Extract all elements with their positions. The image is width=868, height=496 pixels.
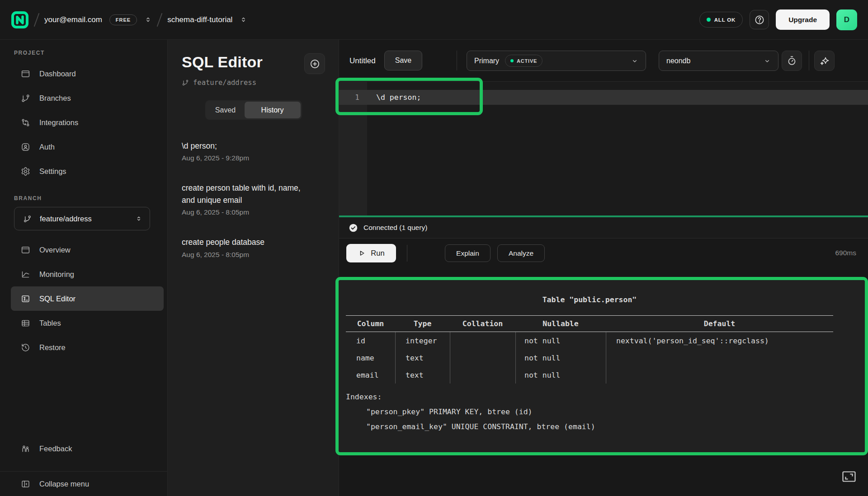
run-button[interactable]: Run bbox=[346, 244, 396, 262]
table-row: emailtextnot null bbox=[346, 366, 833, 384]
tab-history[interactable]: History bbox=[245, 102, 301, 118]
analyze-button[interactable]: Analyze bbox=[497, 244, 545, 262]
git-branch-icon bbox=[182, 79, 189, 86]
sidebar-item-feedback[interactable]: Feedback bbox=[11, 436, 164, 461]
git-branch-icon bbox=[23, 215, 32, 223]
plan-badge: FREE bbox=[109, 14, 137, 25]
history-list: \d person; Aug 6, 2025 - 9:28pm create p… bbox=[182, 140, 325, 259]
panel-branch-label: feature/address bbox=[182, 79, 325, 87]
app-root: your@email.com FREE schema-diff-tutorial… bbox=[0, 0, 868, 496]
integrations-icon bbox=[21, 118, 30, 127]
annotation-box-results: Table "public.person" Column Type Collat… bbox=[335, 277, 868, 455]
sidebar-item-restore[interactable]: Restore bbox=[11, 335, 164, 360]
query-tab-untitled[interactable]: Untitled bbox=[349, 40, 376, 82]
upgrade-button[interactable]: Upgrade bbox=[776, 9, 830, 30]
connection-status-text: Connected (1 query) bbox=[363, 224, 427, 232]
monitoring-chart-icon bbox=[21, 270, 30, 279]
overview-icon bbox=[21, 245, 30, 255]
indexes-label: Indexes: bbox=[346, 389, 595, 404]
sidebar-item-auth[interactable]: Auth bbox=[11, 135, 164, 159]
explain-button[interactable]: Explain bbox=[445, 244, 491, 262]
account-email: your@email.com bbox=[44, 15, 102, 24]
query-actions-bar: Run Explain Analyze 690ms bbox=[339, 239, 868, 267]
toolbar-divider bbox=[809, 51, 809, 70]
branch-selector[interactable]: feature/address bbox=[14, 207, 150, 230]
project-name: schema-diff-tutorial bbox=[167, 15, 232, 24]
sidebar-item-dashboard[interactable]: Dashboard bbox=[11, 61, 164, 86]
branch-selector-chevron-icon bbox=[135, 215, 142, 222]
new-query-button[interactable] bbox=[304, 53, 325, 74]
sidebar-item-overview[interactable]: Overview bbox=[11, 238, 164, 262]
sidebar-item-branches[interactable]: Branches bbox=[11, 86, 164, 110]
sql-editor-icon bbox=[21, 294, 30, 304]
play-icon bbox=[358, 249, 366, 257]
compute-status-badge: ACTIVE bbox=[505, 55, 542, 67]
saved-history-tabs: Saved History bbox=[205, 100, 302, 120]
database-selector[interactable]: neondb bbox=[659, 51, 778, 71]
collapse-panel-icon bbox=[21, 479, 30, 489]
compute-selector[interactable]: Primary ACTIVE bbox=[467, 51, 646, 71]
project-selector-chevron-icon[interactable] bbox=[240, 16, 247, 23]
chevron-down-icon bbox=[764, 57, 771, 65]
restore-history-icon bbox=[21, 343, 30, 352]
active-dot bbox=[510, 59, 514, 62]
auth-user-icon bbox=[21, 142, 30, 152]
git-branch-icon bbox=[21, 94, 30, 103]
sidebar-item-settings[interactable]: Settings bbox=[11, 159, 164, 183]
breadcrumb-slash bbox=[157, 13, 163, 27]
actions-divider bbox=[407, 245, 407, 262]
help-button[interactable] bbox=[750, 10, 769, 29]
feedback-people-icon bbox=[21, 444, 30, 454]
history-item[interactable]: create people database Aug 6, 2025 - 8:0… bbox=[182, 236, 325, 258]
sidebar-item-monitoring[interactable]: Monitoring bbox=[11, 262, 164, 286]
results-body: idintegernot nullnextval('person_id_seq'… bbox=[346, 332, 833, 384]
code-editor[interactable]: 1 \d person; bbox=[339, 82, 868, 215]
sidebar-section-branch: BRANCH bbox=[0, 195, 167, 201]
chevron-down-icon bbox=[631, 57, 638, 65]
results-table-title: Table "public.person" bbox=[346, 295, 833, 304]
sql-editor-panel: SQL Editor feature/address Saved History… bbox=[168, 40, 339, 496]
connection-status-bar: Connected (1 query) bbox=[339, 217, 868, 239]
check-circle-icon bbox=[349, 223, 358, 233]
indexes-block: Indexes: "person_pkey" PRIMARY KEY, btre… bbox=[346, 389, 595, 434]
sidebar-item-integrations[interactable]: Integrations bbox=[11, 110, 164, 135]
query-toolbar: Untitled Save Primary ACTIVE neondb bbox=[339, 40, 868, 82]
sidebar-item-sql-editor[interactable]: SQL Editor bbox=[11, 286, 164, 311]
ai-assist-button[interactable] bbox=[814, 51, 835, 71]
dashboard-icon bbox=[21, 69, 30, 79]
history-item[interactable]: create person table with id, name, and u… bbox=[182, 182, 325, 216]
tab-saved[interactable]: Saved bbox=[207, 102, 245, 118]
sidebar: PROJECT Dashboard Branches Integrations … bbox=[0, 40, 168, 496]
code-line[interactable]: \d person; bbox=[376, 90, 421, 105]
status-pill[interactable]: ALL OK bbox=[699, 12, 743, 28]
neon-logo[interactable] bbox=[11, 11, 29, 29]
save-button[interactable]: Save bbox=[384, 51, 422, 70]
line-number: 1 bbox=[339, 90, 359, 105]
collapse-menu-button[interactable]: Collapse menu bbox=[11, 472, 164, 496]
results-header-row: Column Type Collation Nullable Default bbox=[346, 315, 833, 332]
status-dot bbox=[707, 18, 711, 22]
toolbar-divider bbox=[457, 51, 457, 70]
settings-gear-icon bbox=[21, 167, 30, 176]
history-item[interactable]: \d person; Aug 6, 2025 - 9:28pm bbox=[182, 140, 325, 162]
query-duration: 690ms bbox=[835, 239, 856, 267]
tables-icon bbox=[21, 318, 30, 328]
expand-results-button[interactable] bbox=[842, 471, 856, 482]
top-bar: your@email.com FREE schema-diff-tutorial… bbox=[0, 0, 868, 40]
breadcrumb-slash bbox=[34, 13, 40, 27]
results-output: Table "public.person" Column Type Collat… bbox=[339, 280, 865, 452]
table-row: nametextnot null bbox=[346, 349, 833, 366]
status-label: ALL OK bbox=[714, 17, 736, 23]
sidebar-section-project: PROJECT bbox=[0, 50, 167, 56]
avatar[interactable]: D bbox=[836, 9, 857, 30]
index-entry: "person_pkey" PRIMARY KEY, btree (id) bbox=[346, 404, 595, 419]
query-timing-button[interactable] bbox=[782, 51, 802, 71]
table-row: idintegernot nullnextval('person_id_seq'… bbox=[346, 332, 833, 349]
sidebar-item-tables[interactable]: Tables bbox=[11, 311, 164, 335]
page-title: SQL Editor bbox=[182, 53, 263, 71]
index-entry: "person_email_key" UNIQUE CONSTRAINT, bt… bbox=[346, 419, 595, 434]
account-selector-chevron-icon[interactable] bbox=[144, 16, 152, 23]
